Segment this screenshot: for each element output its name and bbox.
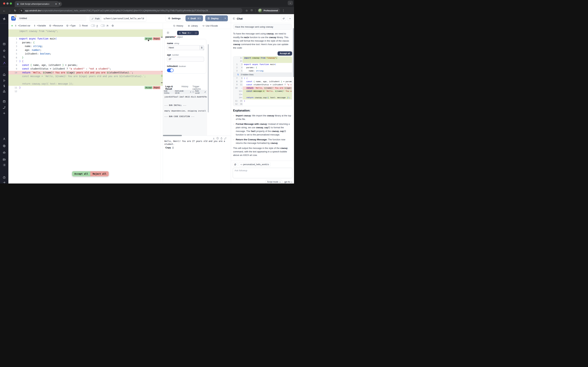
toolbar-history[interactable]: History bbox=[173, 25, 183, 27]
isstudent-toggle[interactable] bbox=[167, 68, 173, 72]
code-line[interactable]: return cowsay.say({ text: message }); bbox=[9, 82, 163, 86]
code-line[interactable]: 3 name: string; bbox=[9, 44, 163, 48]
variables-dollar-icon[interactable] bbox=[0, 84, 9, 88]
back-icon[interactable]: ← bbox=[3, 9, 6, 12]
settings-gear-icon[interactable] bbox=[0, 144, 9, 148]
favorites-star-icon[interactable] bbox=[0, 48, 9, 53]
accept-button[interactable]: Accept bbox=[145, 86, 152, 89]
code-line[interactable]: 1export async function main(AcceptReject bbox=[9, 37, 163, 41]
toolbar-type[interactable]: +Type bbox=[66, 25, 75, 27]
code-line[interactable]: 11}AcceptReject bbox=[9, 86, 163, 90]
add-plus-icon[interactable] bbox=[0, 111, 9, 116]
code-line[interactable]: 7) { bbox=[9, 59, 163, 63]
help-icon[interactable] bbox=[0, 175, 9, 180]
forward-icon[interactable]: → bbox=[9, 9, 11, 12]
log-horizontal-scrollbar[interactable] bbox=[163, 135, 182, 136]
chat-history-icon[interactable]: ↺ bbox=[281, 16, 286, 21]
diff-mode-toggle[interactable] bbox=[91, 24, 95, 27]
browser-menu-kebab-icon[interactable]: ⋮ bbox=[282, 9, 285, 12]
age-input[interactable]: 27 bbox=[167, 57, 204, 62]
hidden-lines-row[interactable]: ⇅3 hidden lines bbox=[233, 73, 292, 77]
code-line[interactable]: 6 } bbox=[9, 56, 163, 60]
context-file-chip[interactable]: <> personalized_hello_world.ts bbox=[239, 162, 270, 167]
code-line[interactable]: 4 age: number; bbox=[9, 48, 163, 52]
toolbar-contextvar[interactable]: +Context var bbox=[15, 25, 30, 27]
code-line[interactable] bbox=[9, 33, 163, 37]
download-log-icon[interactable] bbox=[190, 91, 192, 93]
expand-log-icon[interactable] bbox=[192, 91, 194, 93]
editor-scrollbar[interactable] bbox=[160, 29, 163, 184]
reject-all-button[interactable]: Reject all bbox=[90, 171, 109, 176]
schedules-calendar-icon[interactable] bbox=[0, 99, 9, 104]
log-output[interactable]: job=01975ee7-1bb7-0615-91c3-4eb0f870c71b… bbox=[163, 94, 207, 135]
url-bar[interactable]: app.windmill.dev/scripts/edit/u/henri/pe… bbox=[19, 8, 242, 13]
search-icon[interactable] bbox=[0, 55, 9, 59]
code-line[interactable]: const message = `Hello, ${name}! You are… bbox=[9, 75, 163, 78]
chat-new-icon[interactable]: + bbox=[287, 16, 293, 21]
result-expand-icon[interactable] bbox=[224, 137, 226, 140]
capture-scan-icon[interactable] bbox=[193, 31, 199, 35]
code-line[interactable] bbox=[9, 78, 163, 82]
toolbar-resource[interactable]: +Resource bbox=[49, 25, 63, 27]
folders-icon[interactable] bbox=[0, 157, 9, 162]
download-result-icon[interactable] bbox=[213, 137, 215, 140]
chat-collapse-icon[interactable] bbox=[233, 17, 235, 20]
reject-button[interactable]: Reject bbox=[153, 37, 160, 40]
browser-profile[interactable]: Professionnel bbox=[258, 8, 280, 13]
resize-handle[interactable] bbox=[202, 49, 204, 50]
windows-icon[interactable] bbox=[0, 42, 9, 46]
expand-lines-icon[interactable]: ⇅ bbox=[237, 73, 239, 76]
path-field[interactable]: Path u/henri/personalized_hello_world bbox=[90, 15, 146, 22]
toolbar-use-vscode[interactable]: Use VScode bbox=[202, 25, 218, 27]
logs-list-icon[interactable] bbox=[0, 163, 9, 167]
new-tab-button[interactable]: + bbox=[57, 1, 62, 7]
code-line[interactable]: 2 params: { bbox=[9, 41, 163, 45]
browser-tab[interactable]: Edit Script u/henri/personalize ✕ bbox=[15, 1, 59, 7]
code-line[interactable]: 9 const studentStatus = isStudent ? "a s… bbox=[9, 67, 163, 71]
script-name-input[interactable]: Untitled bbox=[17, 15, 86, 21]
panel-collapse-icon[interactable] bbox=[167, 32, 169, 35]
traffic-zoom-icon[interactable] bbox=[10, 2, 12, 5]
result-clipboard-icon[interactable] bbox=[220, 137, 223, 140]
bookmark-star-icon[interactable]: ☆ bbox=[245, 9, 248, 12]
traffic-minimize-icon[interactable] bbox=[7, 2, 9, 5]
tab-search-chevron-icon[interactable]: ⌄ bbox=[288, 1, 293, 5]
code-line[interactable]: 10 return `Hello, ${name}! You are ${age… bbox=[9, 71, 163, 75]
chat-scroll-area[interactable]: Have the message sent using cowsay To ha… bbox=[231, 23, 294, 161]
code-editor[interactable]: import cowsay from "cowsay";1export asyn… bbox=[9, 29, 163, 184]
test-button[interactable]: Test ⌘↵ bbox=[177, 31, 199, 35]
user-icon[interactable] bbox=[0, 137, 9, 141]
followup-input[interactable] bbox=[233, 168, 293, 178]
toolbar-variable[interactable]: +Variable bbox=[34, 25, 46, 27]
copy-result[interactable]: Copy bbox=[165, 146, 174, 149]
windmill-logo-icon[interactable] bbox=[0, 17, 9, 21]
deploy-button[interactable]: Deploy bbox=[205, 15, 222, 21]
runs-play-icon[interactable] bbox=[0, 78, 9, 83]
routes-flow-icon[interactable] bbox=[0, 105, 9, 110]
editor-settings-gear-icon[interactable] bbox=[112, 25, 114, 27]
site-info-icon[interactable] bbox=[19, 8, 24, 13]
toolbar-reset[interactable]: Reset bbox=[79, 25, 88, 27]
name-input[interactable]: Henri $ bbox=[167, 45, 204, 50]
draft-button[interactable]: Draft⌘S bbox=[185, 15, 203, 21]
code-line[interactable]: 5 isStudent: boolean; bbox=[9, 52, 163, 56]
mention-button[interactable]: @ bbox=[233, 162, 238, 167]
test-panel-scrollbar[interactable] bbox=[208, 44, 209, 112]
ai-wand-icon[interactable] bbox=[0, 61, 9, 65]
code-line[interactable]: 8 const { name, age, isStudent } = param… bbox=[9, 63, 163, 67]
multiplayer-toggle[interactable] bbox=[101, 24, 105, 27]
tab-close-icon[interactable]: ✕ bbox=[55, 3, 57, 5]
reload-icon[interactable]: ↻ bbox=[14, 9, 16, 12]
code-line[interactable]: 12 bbox=[9, 90, 163, 93]
mode-select[interactable]: Script mode∨ bbox=[265, 180, 282, 184]
code-line[interactable]: import cowsay from "cowsay"; bbox=[9, 29, 163, 33]
settings-button[interactable]: Settings bbox=[165, 15, 183, 21]
extensions-puzzle-icon[interactable] bbox=[251, 9, 253, 12]
reject-button[interactable]: Reject bbox=[153, 86, 160, 89]
chat-accept-all-button[interactable]: Accept all bbox=[277, 51, 292, 56]
accept-all-button[interactable]: Accept all bbox=[72, 171, 90, 176]
autoscroll-check-icon[interactable]: ✓ bbox=[204, 91, 206, 93]
deploy-chevron-icon[interactable]: ∨ bbox=[222, 15, 228, 21]
traffic-close-icon[interactable] bbox=[3, 2, 5, 5]
chat-scrollbar[interactable] bbox=[293, 28, 294, 77]
